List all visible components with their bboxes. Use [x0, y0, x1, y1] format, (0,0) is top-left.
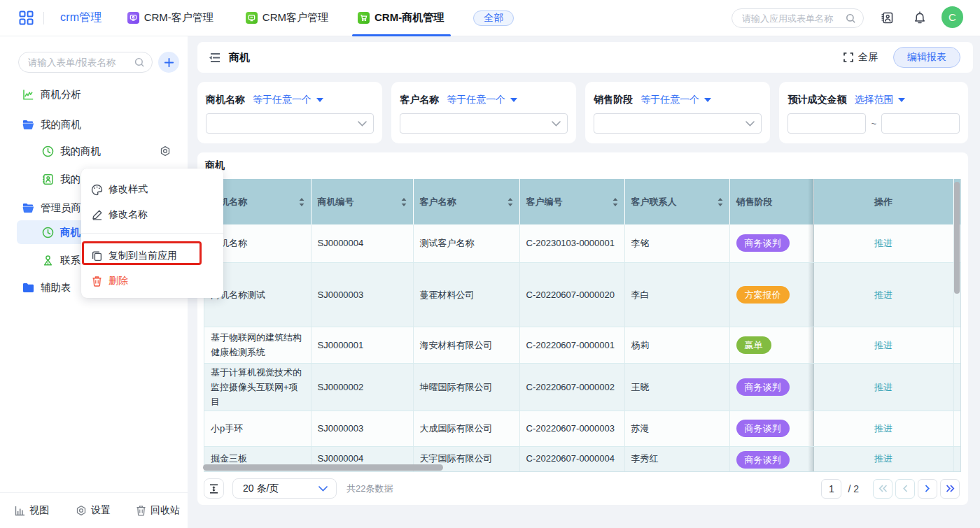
cell-sliver [953, 446, 960, 472]
menu-item-rename[interactable]: 修改名称 [81, 202, 223, 227]
advance-link[interactable]: 推进 [874, 382, 892, 392]
workspace-name[interactable]: crm管理 [60, 10, 102, 25]
row-height-button[interactable] [204, 478, 224, 499]
filter-value-select[interactable] [594, 113, 762, 134]
global-search-box[interactable] [732, 8, 864, 28]
prev-page-button[interactable] [895, 479, 915, 499]
sort-icon[interactable] [400, 197, 407, 207]
filter-field-label: 客户名称 [400, 94, 439, 106]
cell-action: 推进 [813, 262, 953, 327]
cell-sales-stage: 商务谈判 [729, 446, 813, 472]
filter-operator[interactable]: 等于任意一个 [447, 94, 517, 106]
cell-action: 推进 [813, 363, 953, 411]
contacts-icon[interactable] [881, 11, 894, 24]
recycle-bin-button[interactable]: 回收站 [136, 504, 180, 517]
column-header-label: 客户编号 [526, 196, 563, 208]
range-min-input[interactable] [788, 113, 866, 134]
advance-link[interactable]: 推进 [874, 423, 892, 434]
caret-down-icon [898, 98, 905, 102]
contact-card-icon [42, 173, 54, 185]
advance-link[interactable]: 推进 [874, 340, 892, 350]
trash-icon [136, 505, 146, 516]
first-page-button[interactable] [873, 479, 892, 499]
filter-value-select[interactable] [400, 113, 568, 134]
active-tab-underline [352, 34, 451, 36]
double-chevron-left-icon [878, 485, 888, 492]
table-row[interactable]: 基于计算机视觉技术的监控摄像头互联网+项目 SJ0000002 坤曜国际有限公司… [204, 363, 960, 411]
fullscreen-button[interactable]: 全屏 [844, 51, 878, 64]
table-row[interactable]: 小p手环 SJ0000003 大成国际有限公司 C-20220607-00000… [204, 411, 960, 446]
sidebar-search-box[interactable] [18, 52, 153, 73]
table-row[interactable]: 商机名称测试 SJ0000003 蔓霍材料公司 C-20220607-00000… [204, 262, 960, 327]
sort-icon[interactable] [717, 197, 724, 207]
chevron-down-icon [318, 486, 328, 492]
global-search-input[interactable] [742, 13, 846, 24]
filter-operator[interactable]: 等于任意一个 [640, 94, 711, 106]
sidebar-item-my-opportunity-report[interactable]: 我的商机 [0, 139, 188, 163]
cell-customer-name: 测试客户名称 [413, 224, 519, 262]
filter-operator[interactable]: 选择范围 [854, 94, 905, 106]
cell-customer-name: 蔓霍材料公司 [413, 262, 519, 327]
page-number-input[interactable] [821, 479, 841, 499]
app-tab-crm-opportunity-active[interactable]: CRM-商机管理 [358, 0, 444, 36]
menu-item-delete[interactable]: 删除 [81, 269, 223, 294]
cell-customer-code: C-20220607-0000004 [519, 446, 624, 472]
page-size-select[interactable]: 20 条/页 [232, 478, 337, 499]
filter-operator[interactable]: 等于任意一个 [253, 94, 323, 106]
column-header-label: 客户联系人 [631, 196, 677, 208]
table-row[interactable]: 商机名称 SJ0000004 测试客户名称 C-20230103-0000001… [204, 224, 960, 262]
topbar-divider [43, 12, 44, 24]
vertical-scrollbar-thumb[interactable] [954, 182, 960, 294]
filter-field-label: 商机名称 [206, 94, 245, 106]
filter-field-label: 预计成交金额 [788, 94, 846, 106]
item-settings-gear-icon[interactable] [160, 145, 171, 157]
menu-item-copy-to-app[interactable]: 复制到当前应用 [81, 243, 223, 269]
notifications-bell-icon[interactable] [913, 11, 926, 24]
apps-grid-icon[interactable] [19, 10, 34, 25]
cell-customer-code: C-20220607-0000003 [519, 411, 624, 446]
double-chevron-right-icon [946, 485, 955, 492]
sidebar-footer: 视图 设置 回收站 [0, 492, 188, 528]
app-tab-crm-customer-2[interactable]: CRM客户管理 [246, 0, 328, 36]
next-page-button[interactable] [918, 479, 937, 499]
gear-icon [76, 505, 87, 516]
sort-icon[interactable] [612, 197, 619, 207]
collapse-sidebar-icon[interactable] [209, 52, 220, 63]
stage-badge: 商务谈判 [736, 234, 790, 252]
horizontal-scrollbar-thumb[interactable] [203, 464, 443, 471]
column-header-customer-name[interactable]: 客户名称 [413, 179, 519, 224]
sort-icon[interactable] [507, 197, 514, 207]
cell-opportunity-code: SJ0000003 [311, 411, 413, 446]
page-size-value: 20 条/页 [243, 483, 279, 495]
app-tab-crm-customer-1[interactable]: CRM-客户管理 [127, 0, 214, 36]
column-header-label: 操作 [874, 197, 892, 207]
advance-link[interactable]: 推进 [874, 453, 892, 464]
cell-customer-contact: 李白 [624, 262, 729, 327]
last-page-button[interactable] [940, 479, 960, 499]
column-header-customer-contact[interactable]: 客户联系人 [624, 179, 729, 224]
column-header-sales-stage[interactable]: 销售阶段 [729, 179, 813, 224]
edit-report-button[interactable]: 编辑报表 [893, 47, 960, 68]
sidebar-item-label: 商机 [60, 226, 80, 239]
range-max-input[interactable] [881, 113, 960, 134]
user-avatar[interactable]: C [941, 6, 963, 28]
app-tab-label: CRM-客户管理 [144, 11, 214, 24]
view-header: 商机 全屏 编辑报表 [197, 42, 973, 73]
sidebar-search-input[interactable] [28, 57, 134, 68]
filter-value-select[interactable] [206, 113, 374, 134]
advance-link[interactable]: 推进 [874, 290, 892, 300]
table-row[interactable]: 基于物联网的建筑结构健康检测系统 SJ0000001 海安材料有限公司 C-20… [204, 327, 960, 363]
sidebar-item-analysis[interactable]: 商机分析 [0, 83, 188, 106]
views-button[interactable]: 视图 [15, 504, 49, 517]
settings-button[interactable]: 设置 [76, 504, 111, 517]
chevron-down-icon [358, 121, 367, 127]
sidebar-item-label: 管理员商 [41, 201, 81, 215]
column-header-opportunity-code[interactable]: 商机编号 [311, 179, 413, 224]
all-apps-pill[interactable]: 全部 [473, 10, 514, 26]
add-form-button[interactable] [158, 52, 179, 73]
column-header-customer-code[interactable]: 客户编号 [519, 179, 624, 224]
advance-link[interactable]: 推进 [874, 238, 892, 248]
sort-icon[interactable] [298, 197, 305, 207]
sidebar-folder-my-opportunity[interactable]: 我的商机 [0, 113, 188, 136]
menu-item-edit-style[interactable]: 修改样式 [81, 177, 223, 202]
